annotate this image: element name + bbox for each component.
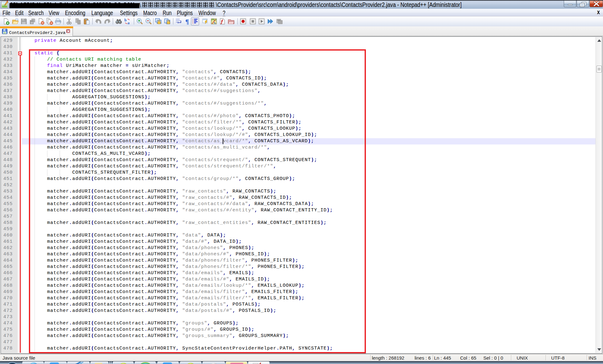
svg-text:b: b xyxy=(124,18,127,22)
svg-text:¶: ¶ xyxy=(185,18,189,25)
svg-text:a: a xyxy=(128,20,130,25)
